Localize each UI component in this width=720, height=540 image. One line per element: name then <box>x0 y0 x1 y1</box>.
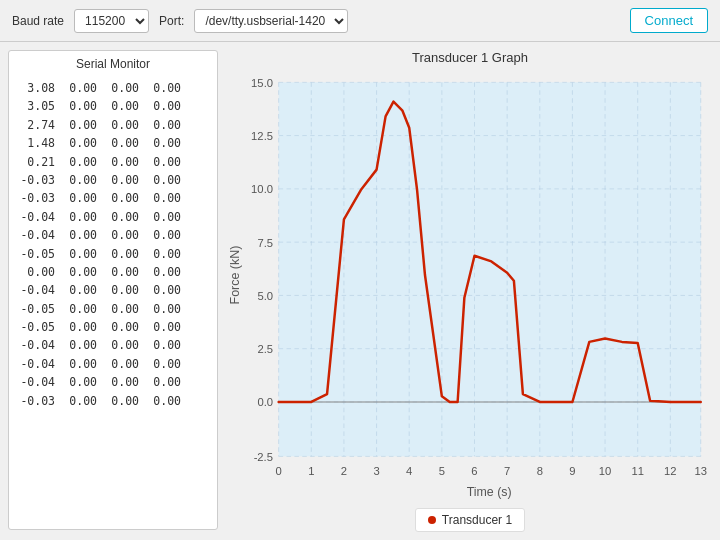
svg-text:Force (kN): Force (kN) <box>228 246 242 305</box>
table-cell: 0.00 <box>59 245 97 263</box>
svg-text:9: 9 <box>569 464 575 476</box>
table-cell: 0.00 <box>101 208 139 226</box>
table-cell: 0.00 <box>143 318 181 336</box>
svg-text:1: 1 <box>308 464 314 476</box>
table-cell: 0.00 <box>101 392 139 410</box>
port-label: Port: <box>159 14 184 28</box>
legend-dot-transducer1 <box>428 516 436 524</box>
table-cell: 0.00 <box>17 263 55 281</box>
table-cell: 0.00 <box>101 79 139 97</box>
table-cell: 0.00 <box>101 318 139 336</box>
table-cell: 0.00 <box>101 373 139 391</box>
table-cell: 1.48 <box>17 134 55 152</box>
svg-rect-0 <box>279 82 701 456</box>
table-cell: 0.00 <box>59 263 97 281</box>
table-row: 0.210.000.000.00 <box>17 153 209 171</box>
table-cell: 0.00 <box>59 79 97 97</box>
table-cell: 0.00 <box>59 208 97 226</box>
table-cell: 0.00 <box>143 226 181 244</box>
table-cell: 0.00 <box>143 300 181 318</box>
table-cell: 0.00 <box>59 116 97 134</box>
svg-text:0.0: 0.0 <box>257 396 273 408</box>
svg-text:0: 0 <box>276 464 282 476</box>
table-row: 3.080.000.000.00 <box>17 79 209 97</box>
table-row: -0.030.000.000.00 <box>17 392 209 410</box>
table-cell: 0.00 <box>101 281 139 299</box>
svg-text:10.0: 10.0 <box>251 183 273 195</box>
table-row: 2.740.000.000.00 <box>17 116 209 134</box>
svg-text:12: 12 <box>664 464 677 476</box>
svg-text:10: 10 <box>599 464 612 476</box>
table-cell: -0.03 <box>17 171 55 189</box>
table-cell: 0.00 <box>59 318 97 336</box>
table-row: -0.050.000.000.00 <box>17 318 209 336</box>
table-cell: 0.00 <box>101 263 139 281</box>
table-cell: 0.00 <box>101 189 139 207</box>
table-row: 0.000.000.000.00 <box>17 263 209 281</box>
legend-label-transducer1: Transducer 1 <box>442 513 512 527</box>
serial-monitor-panel: Serial Monitor 3.080.000.000.003.050.000… <box>8 50 218 530</box>
table-cell: 0.00 <box>101 336 139 354</box>
table-cell: 0.00 <box>143 245 181 263</box>
table-cell: 0.00 <box>143 153 181 171</box>
toolbar: Baud rate 115200 9600 19200 38400 57600 … <box>0 0 720 42</box>
svg-text:7: 7 <box>504 464 510 476</box>
table-cell: 0.00 <box>143 116 181 134</box>
svg-text:4: 4 <box>406 464 412 476</box>
table-cell: -0.05 <box>17 300 55 318</box>
svg-text:7.5: 7.5 <box>257 237 273 249</box>
table-cell: 0.00 <box>143 392 181 410</box>
table-row: 3.050.000.000.00 <box>17 97 209 115</box>
table-cell: -0.04 <box>17 355 55 373</box>
graph-container: 15.0 12.5 10.0 7.5 5.0 2.5 0.0 -2.5 0 1 … <box>228 71 712 502</box>
table-row: -0.040.000.000.00 <box>17 355 209 373</box>
table-row: -0.030.000.000.00 <box>17 171 209 189</box>
connect-button[interactable]: Connect <box>630 8 708 33</box>
svg-text:15.0: 15.0 <box>251 77 273 89</box>
svg-text:3: 3 <box>373 464 379 476</box>
table-cell: 0.00 <box>101 355 139 373</box>
table-cell: -0.03 <box>17 392 55 410</box>
table-cell: -0.04 <box>17 336 55 354</box>
port-select[interactable]: /dev/tty.usbserial-1420 <box>194 9 348 33</box>
table-row: -0.040.000.000.00 <box>17 373 209 391</box>
table-cell: 0.21 <box>17 153 55 171</box>
table-cell: 0.00 <box>59 153 97 171</box>
graph-legend: Transducer 1 <box>415 508 525 532</box>
table-cell: 0.00 <box>143 171 181 189</box>
graph-panel: Transducer 1 Graph <box>228 50 712 530</box>
serial-monitor-title: Serial Monitor <box>9 51 217 75</box>
table-cell: 0.00 <box>143 134 181 152</box>
table-cell: 0.00 <box>143 355 181 373</box>
svg-text:2: 2 <box>341 464 347 476</box>
svg-text:12.5: 12.5 <box>251 130 273 142</box>
table-row: -0.030.000.000.00 <box>17 189 209 207</box>
table-cell: 0.00 <box>143 336 181 354</box>
table-cell: -0.04 <box>17 208 55 226</box>
table-cell: -0.04 <box>17 281 55 299</box>
table-cell: 3.08 <box>17 79 55 97</box>
table-cell: 0.00 <box>143 263 181 281</box>
table-row: 1.480.000.000.00 <box>17 134 209 152</box>
table-cell: 0.00 <box>143 79 181 97</box>
table-cell: -0.03 <box>17 189 55 207</box>
svg-text:Time (s): Time (s) <box>467 485 512 499</box>
baud-rate-label: Baud rate <box>12 14 64 28</box>
baud-rate-select[interactable]: 115200 9600 19200 38400 57600 230400 <box>74 9 149 33</box>
chart-svg: 15.0 12.5 10.0 7.5 5.0 2.5 0.0 -2.5 0 1 … <box>228 71 712 502</box>
table-cell: 0.00 <box>59 336 97 354</box>
table-cell: 0.00 <box>59 300 97 318</box>
table-cell: 0.00 <box>59 226 97 244</box>
svg-text:5: 5 <box>439 464 445 476</box>
table-cell: -0.04 <box>17 226 55 244</box>
table-cell: -0.05 <box>17 245 55 263</box>
table-cell: 3.05 <box>17 97 55 115</box>
table-cell: 0.00 <box>143 208 181 226</box>
table-cell: 0.00 <box>143 281 181 299</box>
table-cell: 0.00 <box>101 116 139 134</box>
table-row: -0.040.000.000.00 <box>17 208 209 226</box>
table-cell: 0.00 <box>101 134 139 152</box>
serial-monitor-content[interactable]: 3.080.000.000.003.050.000.000.002.740.00… <box>9 75 217 529</box>
svg-text:2.5: 2.5 <box>257 343 273 355</box>
graph-title: Transducer 1 Graph <box>412 50 528 65</box>
